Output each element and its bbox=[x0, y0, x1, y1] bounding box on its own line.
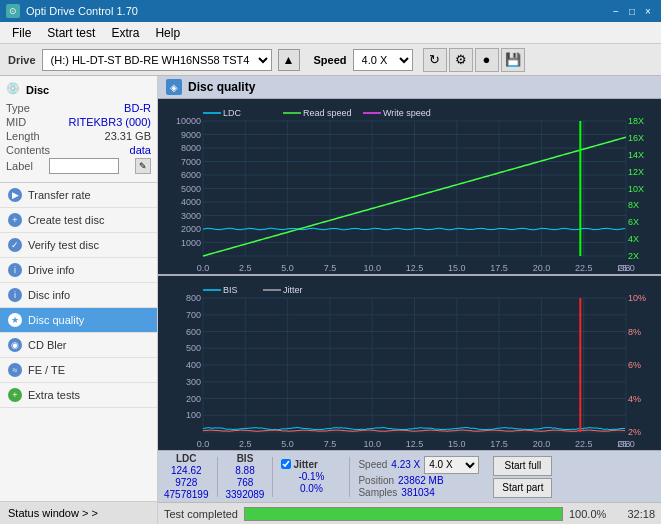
disc-label-label: Label bbox=[6, 160, 33, 172]
menu-help[interactable]: Help bbox=[147, 24, 188, 42]
sidebar-item-fe-te[interactable]: ≈ FE / TE bbox=[0, 358, 157, 383]
menu-start-test[interactable]: Start test bbox=[39, 24, 103, 42]
status-window-label: Status window > > bbox=[8, 507, 98, 519]
title-bar: ⊙ Opti Drive Control 1.70 − □ × bbox=[0, 0, 661, 22]
close-button[interactable]: × bbox=[641, 4, 655, 18]
progress-bar-container: Test completed 100.0% 32:18 bbox=[158, 502, 661, 524]
mid-label: MID bbox=[6, 116, 26, 128]
speed-stat-label: Speed bbox=[358, 459, 387, 470]
drive-info-label: Drive info bbox=[28, 264, 74, 276]
transfer-rate-label: Transfer rate bbox=[28, 189, 91, 201]
stats-divider-2 bbox=[272, 457, 273, 497]
menu-bar: File Start test Extra Help bbox=[0, 22, 661, 44]
samples-value: 381034 bbox=[401, 487, 434, 498]
start-full-button[interactable]: Start full bbox=[493, 456, 552, 476]
type-value: BD-R bbox=[124, 102, 151, 114]
settings-button[interactable]: ⚙ bbox=[449, 48, 473, 72]
maximize-button[interactable]: □ bbox=[625, 4, 639, 18]
app-title: Opti Drive Control 1.70 bbox=[26, 5, 138, 17]
sidebar-item-disc-info[interactable]: i Disc info bbox=[0, 283, 157, 308]
status-text: Test completed bbox=[164, 508, 238, 520]
progress-fill bbox=[245, 508, 562, 520]
drive-info-icon: i bbox=[8, 263, 22, 277]
fe-te-icon: ≈ bbox=[8, 363, 22, 377]
start-buttons-col: Start full Start part bbox=[493, 456, 552, 498]
start-part-button[interactable]: Start part bbox=[493, 478, 552, 498]
cd-bler-icon: ◉ bbox=[8, 338, 22, 352]
contents-label: Contents bbox=[6, 144, 50, 156]
disc-panel: 💿 Disc Type BD-R MID RITEKBR3 (000) Leng… bbox=[0, 76, 157, 183]
label-edit-button[interactable]: ✎ bbox=[135, 158, 151, 174]
create-test-icon: + bbox=[8, 213, 22, 227]
disc-title: Disc bbox=[26, 84, 49, 96]
nav-section: ▶ Transfer rate + Create test disc ✓ Ver… bbox=[0, 183, 157, 501]
position-value: 23862 MB bbox=[398, 475, 444, 486]
ldc-total: 47578199 bbox=[164, 489, 209, 500]
length-label: Length bbox=[6, 130, 40, 142]
charts-container bbox=[158, 99, 661, 450]
disc-quality-title: Disc quality bbox=[188, 80, 255, 94]
cd-bler-label: CD Bler bbox=[28, 339, 67, 351]
drive-label: Drive bbox=[8, 54, 36, 66]
jitter-header: Jitter bbox=[293, 459, 317, 470]
status-window-button[interactable]: Status window > > bbox=[0, 501, 157, 524]
verify-test-icon: ✓ bbox=[8, 238, 22, 252]
ldc-header: LDC bbox=[164, 453, 209, 464]
sidebar-item-extra-tests[interactable]: + Extra tests bbox=[0, 383, 157, 408]
extra-tests-label: Extra tests bbox=[28, 389, 80, 401]
sidebar-item-transfer-rate[interactable]: ▶ Transfer rate bbox=[0, 183, 157, 208]
speed-label: Speed bbox=[314, 54, 347, 66]
bis-max: 768 bbox=[226, 477, 265, 488]
transfer-rate-icon: ▶ bbox=[8, 188, 22, 202]
bottom-chart-canvas bbox=[158, 276, 661, 450]
speed-stat-select[interactable]: 4.0 X bbox=[424, 456, 479, 474]
sidebar-item-drive-info[interactable]: i Drive info bbox=[0, 258, 157, 283]
create-test-label: Create test disc bbox=[28, 214, 104, 226]
disc-quality-icon: ★ bbox=[8, 313, 22, 327]
progress-bar bbox=[244, 507, 563, 521]
drive-bar: Drive (H:) HL-DT-ST BD-RE WH16NS58 TST4 … bbox=[0, 44, 661, 76]
jitter-checkbox[interactable] bbox=[281, 459, 291, 469]
content-area: ◈ Disc quality LDC 124.62 9728 47578199 bbox=[158, 76, 661, 524]
stats-bar: LDC 124.62 9728 47578199 BIS 8.88 768 33… bbox=[158, 450, 661, 502]
menu-extra[interactable]: Extra bbox=[103, 24, 147, 42]
sidebar-item-cd-bler[interactable]: ◉ CD Bler bbox=[0, 333, 157, 358]
save-button[interactable]: 💾 bbox=[501, 48, 525, 72]
progress-percentage: 100.0% bbox=[569, 508, 609, 520]
bottom-chart bbox=[158, 276, 661, 450]
stats-divider-3 bbox=[349, 457, 350, 497]
bis-total: 3392089 bbox=[226, 489, 265, 500]
main-area: 💿 Disc Type BD-R MID RITEKBR3 (000) Leng… bbox=[0, 76, 661, 524]
stats-ldc-col: LDC 124.62 9728 47578199 bbox=[164, 453, 209, 500]
sidebar-item-disc-quality[interactable]: ★ Disc quality bbox=[0, 308, 157, 333]
refresh-button[interactable]: ↻ bbox=[423, 48, 447, 72]
disc-quality-header-icon: ◈ bbox=[166, 79, 182, 95]
eject-button[interactable]: ▲ bbox=[278, 49, 300, 71]
sidebar: 💿 Disc Type BD-R MID RITEKBR3 (000) Leng… bbox=[0, 76, 158, 524]
disc-label-input[interactable] bbox=[49, 158, 119, 174]
samples-label: Samples bbox=[358, 487, 397, 498]
stats-bis-col: BIS 8.88 768 3392089 bbox=[226, 453, 265, 500]
minimize-button[interactable]: − bbox=[609, 4, 623, 18]
stats-divider-1 bbox=[217, 457, 218, 497]
jitter-avg: -0.1% bbox=[281, 471, 341, 482]
disc-quality-header: ◈ Disc quality bbox=[158, 76, 661, 99]
sidebar-item-create-test-disc[interactable]: + Create test disc bbox=[0, 208, 157, 233]
fe-te-label: FE / TE bbox=[28, 364, 65, 376]
bis-avg: 8.88 bbox=[226, 465, 265, 476]
disc-icon: 💿 bbox=[6, 82, 22, 98]
app-icon: ⊙ bbox=[6, 4, 20, 18]
stats-speed-col: Speed 4.23 X 4.0 X Position 23862 MB Sam… bbox=[358, 456, 479, 498]
time-display: 32:18 bbox=[615, 508, 655, 520]
burn-button[interactable]: ● bbox=[475, 48, 499, 72]
sidebar-item-verify-test-disc[interactable]: ✓ Verify test disc bbox=[0, 233, 157, 258]
ldc-max: 9728 bbox=[164, 477, 209, 488]
disc-quality-label: Disc quality bbox=[28, 314, 84, 326]
speed-stat-value: 4.23 X bbox=[391, 459, 420, 470]
disc-info-label: Disc info bbox=[28, 289, 70, 301]
drive-select[interactable]: (H:) HL-DT-ST BD-RE WH16NS58 TST4 bbox=[42, 49, 272, 71]
menu-file[interactable]: File bbox=[4, 24, 39, 42]
jitter-check-container: Jitter bbox=[281, 459, 341, 470]
speed-select[interactable]: 4.0 X bbox=[353, 49, 413, 71]
jitter-max: 0.0% bbox=[281, 483, 341, 494]
